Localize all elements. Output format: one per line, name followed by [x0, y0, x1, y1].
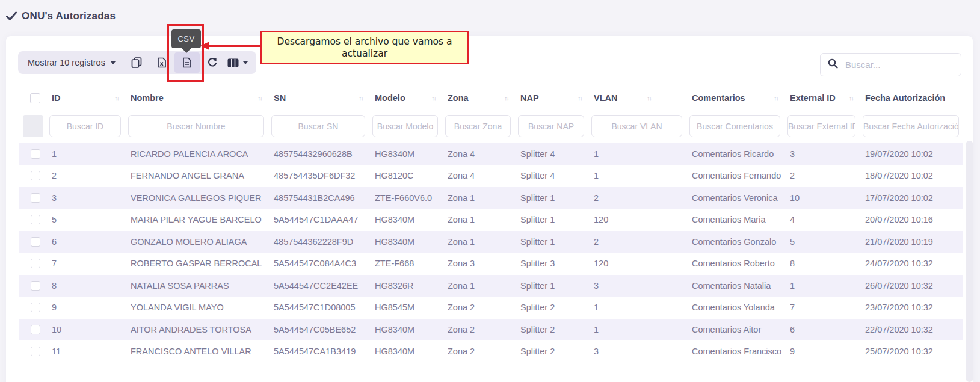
table-row: 9 YOLANDA VIGIL MAYO 5A544547C1D08005 HG… — [19, 297, 963, 319]
cell-id: 2 — [46, 165, 125, 187]
cell-modelo: HG8340M — [369, 209, 442, 231]
cell-external-id: 6 — [784, 319, 859, 341]
cell-fecha: 18/07/2020 10:02 — [859, 165, 963, 187]
filter-disabled-block — [23, 115, 43, 137]
filter-input-sn[interactable] — [271, 115, 365, 137]
column-header-id[interactable]: ID↑↓ — [46, 87, 125, 109]
cell-comentarios: Comentarios Yolanda — [686, 297, 784, 319]
filter-input-zona[interactable] — [445, 115, 511, 137]
callout-box: Descargamos el archivo que vamos a actua… — [260, 31, 469, 64]
column-header-nap[interactable]: NAP↑↓ — [514, 87, 588, 109]
cell-nap: Splitter 3 — [514, 253, 588, 275]
cell-fecha: 24/07/2020 10:32 — [859, 253, 963, 275]
row-checkbox[interactable] — [31, 193, 40, 203]
chevron-down-icon — [243, 61, 248, 64]
cell-external-id: 1 — [784, 275, 859, 297]
row-checkbox[interactable] — [31, 149, 40, 159]
table-wrap: ID↑↓ Nombre↑↓ SN↑↓ Modelo↑↓ Zona↑↓ NAP↑↓… — [19, 87, 963, 363]
column-header-zona[interactable]: Zona↑↓ — [442, 87, 514, 109]
cell-modelo: HG8340M — [369, 231, 442, 253]
copy-button[interactable] — [124, 52, 149, 73]
checkbox-cell — [19, 275, 46, 297]
callout-text: Descargamos el archivo que vamos a actua… — [273, 35, 456, 60]
row-checkbox[interactable] — [31, 347, 40, 356]
cell-id: 10 — [46, 319, 125, 341]
column-header-vlan[interactable]: VLAN↑↓ — [588, 87, 686, 109]
cell-nombre: YOLANDA VIGIL MAYO — [125, 297, 268, 319]
row-checkbox[interactable] — [31, 259, 40, 268]
cell-nap: Splitter 4 — [514, 143, 588, 165]
colvis-button[interactable] — [225, 52, 250, 73]
table-card: Mostrar 10 registros — [6, 36, 973, 382]
row-checkbox[interactable] — [31, 171, 40, 180]
cell-comentarios: Comentarios Aitor — [686, 319, 784, 341]
column-header-fecha[interactable]: Fecha Autorización↑↓ — [859, 87, 963, 109]
cell-external-id: 3 — [784, 143, 859, 165]
cell-nombre: VERONICA GALLEGOS PIQUER — [125, 187, 268, 209]
cell-vlan: 120 — [588, 253, 686, 275]
cell-id: 7 — [46, 253, 125, 275]
filter-input-nap[interactable] — [518, 115, 584, 137]
checkbox-cell — [19, 297, 46, 319]
cell-fecha: 20/07/2020 10:16 — [859, 209, 963, 231]
cell-nombre: AITOR ANDRADES TORTOSA — [125, 319, 268, 341]
checkbox-cell — [19, 231, 46, 253]
cell-external-id: 7 — [784, 297, 859, 319]
cell-nap: Splitter 2 — [514, 340, 588, 363]
length-menu-button[interactable]: Mostrar 10 registros — [28, 58, 116, 67]
cell-fecha: 23/07/2020 10:32 — [859, 297, 963, 319]
cell-vlan: 1 — [588, 143, 686, 165]
cell-nombre: ROBERTO GASPAR BERROCAL — [125, 253, 268, 275]
checkbox-cell — [19, 143, 46, 165]
sort-icon: ↑↓ — [431, 94, 436, 102]
search-input[interactable] — [845, 60, 954, 70]
cell-vlan: 1 — [588, 319, 686, 341]
cell-nap: Splitter 2 — [514, 319, 588, 341]
check-icon — [6, 11, 17, 21]
cell-sn: 5A544547C1DAAA47 — [268, 209, 369, 231]
filter-input-fecha[interactable] — [863, 115, 959, 137]
cell-sn: 4857544362228F9D — [268, 231, 369, 253]
row-checkbox[interactable] — [31, 325, 40, 334]
column-header-comentarios[interactable]: Comentarios↑↓ — [686, 87, 784, 109]
row-checkbox[interactable] — [31, 281, 40, 291]
cell-fecha: 22/07/2020 10:32 — [859, 319, 963, 341]
length-menu-label: Mostrar 10 registros — [28, 58, 105, 67]
select-all-checkbox[interactable] — [30, 93, 40, 103]
cell-nap: Splitter 4 — [514, 165, 588, 187]
filter-input-vlan[interactable] — [591, 115, 682, 137]
cell-vlan: 2 — [588, 231, 686, 253]
filter-block-cell — [19, 109, 46, 143]
table-row: 1 RICARDO PALENCIA AROCA 485754432960628… — [19, 143, 963, 165]
row-checkbox[interactable] — [31, 215, 40, 224]
filter-input-modelo[interactable] — [372, 115, 438, 137]
filter-input-nombre[interactable] — [128, 115, 264, 137]
filter-input-id[interactable] — [49, 115, 121, 137]
refresh-icon — [207, 57, 218, 68]
cell-comentarios: Comentarios Natalia — [686, 275, 784, 297]
cell-external-id: 5 — [784, 231, 859, 253]
cell-nombre: NATALIA SOSA PARRAS — [125, 275, 268, 297]
csv-tooltip: CSV — [171, 29, 201, 48]
column-header-modelo[interactable]: Modelo↑↓ — [369, 87, 442, 109]
cell-id: 6 — [46, 231, 125, 253]
sort-icon: ↑↓ — [774, 94, 778, 102]
cell-modelo: ZTE-F660V6.0 — [369, 187, 442, 209]
cell-nap: Splitter 2 — [514, 297, 588, 319]
table-scrollbar[interactable] — [966, 141, 973, 382]
column-header-external-id[interactable]: External ID↑↓ — [784, 87, 859, 109]
page-title-bar: ONU's Autorizadas — [6, 10, 116, 22]
sort-icon: ↑↓ — [114, 94, 119, 102]
column-header-sn[interactable]: SN↑↓ — [268, 87, 369, 109]
cell-vlan: 3 — [588, 275, 686, 297]
cell-zona: Zona 2 — [442, 297, 514, 319]
row-checkbox[interactable] — [31, 303, 40, 312]
cell-sn: 5A544547C05BE652 — [268, 319, 369, 341]
column-header-nombre[interactable]: Nombre↑↓ — [125, 87, 268, 109]
filter-input-external-id[interactable] — [787, 115, 855, 137]
cell-nombre: RICARDO PALENCIA AROCA — [125, 143, 268, 165]
row-checkbox[interactable] — [31, 237, 40, 247]
cell-zona: Zona 1 — [442, 209, 514, 231]
cell-nap: Splitter 1 — [514, 231, 588, 253]
filter-input-comentarios[interactable] — [689, 115, 780, 137]
